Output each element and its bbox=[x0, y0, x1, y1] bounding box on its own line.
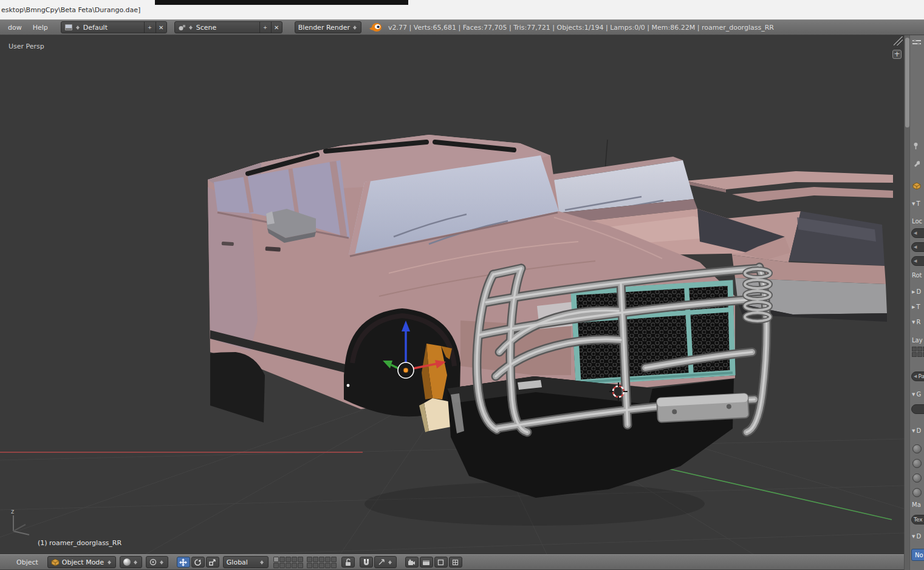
snap-element-selector[interactable] bbox=[374, 556, 397, 568]
scale-icon bbox=[208, 558, 216, 566]
magnet-icon bbox=[363, 558, 370, 566]
dropdown-arrows-icon bbox=[388, 558, 393, 566]
location-label: Loc bbox=[912, 218, 922, 225]
wrench-icon[interactable] bbox=[912, 160, 920, 168]
slider-left-arrow-icon: ◀ bbox=[914, 231, 917, 236]
panel-label: T bbox=[916, 304, 920, 310]
pivot-icon bbox=[149, 558, 157, 566]
manipulator-translate-button[interactable] bbox=[177, 557, 190, 568]
screen-layout-value: Default bbox=[83, 24, 139, 32]
viewport-shading-selector[interactable] bbox=[120, 556, 142, 568]
editor-type-icon[interactable] bbox=[912, 39, 921, 46]
dropdown-arrows-icon bbox=[107, 558, 112, 566]
max-draw-label: Ma bbox=[912, 501, 921, 508]
menu-window[interactable]: dow bbox=[2, 24, 27, 32]
box-icon bbox=[437, 559, 444, 566]
snap-toggle-button[interactable] bbox=[360, 557, 373, 568]
panel-transform-header[interactable]: ▼T bbox=[912, 200, 920, 207]
dropdown-arrows-icon bbox=[159, 558, 165, 566]
dropdown-arrows-icon bbox=[188, 24, 194, 32]
location-x-field[interactable]: ◀ bbox=[911, 228, 924, 238]
display-option-radio-3[interactable] bbox=[912, 473, 922, 483]
delete-layout-button[interactable]: ✕ bbox=[156, 21, 166, 33]
viewport-3d[interactable]: User Persp (1) roamer_doorglass_RR z + bbox=[0, 35, 904, 554]
panel-expand-icon: ▶ bbox=[912, 305, 915, 310]
panel-expand-icon: ▶ bbox=[912, 290, 915, 294]
blender-window: esktop\BmngCpy\Beta Feta\Durango.dae] do… bbox=[0, 0, 924, 570]
scene-selector[interactable]: Scene ＋ ✕ bbox=[174, 21, 282, 33]
viewport-canvas[interactable] bbox=[0, 35, 904, 554]
object-tab-cube-icon[interactable] bbox=[912, 182, 921, 190]
panel-expand-icon: ▼ bbox=[912, 392, 915, 397]
display-option-radio-1[interactable] bbox=[912, 444, 922, 453]
info-header-bar: dow Help Default ＋ ✕ Scene ＋ ✕ Blender R… bbox=[0, 19, 924, 35]
properties-content: ▼T Loc ◀ ◀ ◀ Rot ▶D ▶T ▼R Lay ◀Pa ▼G ▼D … bbox=[910, 35, 924, 570]
location-y-field[interactable]: ◀ bbox=[911, 242, 924, 252]
texture-space-field[interactable]: Tex bbox=[911, 515, 924, 524]
transform-orientation-selector[interactable]: Global bbox=[223, 556, 269, 568]
manipulator-rotate-button[interactable] bbox=[191, 557, 205, 568]
object-origin-dot bbox=[403, 368, 408, 373]
shading-sphere-icon bbox=[123, 558, 131, 566]
region-resize-grip[interactable] bbox=[894, 36, 903, 46]
menu-help[interactable]: Help bbox=[27, 24, 53, 32]
layer-group-2[interactable] bbox=[307, 557, 337, 568]
panel-expand-icon: ▼ bbox=[912, 202, 915, 206]
pivot-point-selector[interactable] bbox=[146, 556, 168, 568]
opengl-render-anim-button[interactable] bbox=[420, 557, 433, 568]
menu-object[interactable]: Object bbox=[11, 558, 44, 566]
layer-buttons[interactable] bbox=[273, 557, 337, 568]
properties-editor[interactable]: ▼T Loc ◀ ◀ ◀ Rot ▶D ▶T ▼R Lay ◀Pa ▼G ▼D … bbox=[904, 35, 924, 570]
window-title: esktop\BmngCpy\Beta Feta\Durango.dae] bbox=[1, 6, 140, 14]
panel-relations-header[interactable]: ▼R bbox=[912, 319, 920, 325]
scene-stats: v2.77 | Verts:65,681 | Faces:77,705 | Tr… bbox=[388, 24, 774, 32]
titlebar-dark-strip bbox=[155, 0, 408, 5]
scrollbar-handle[interactable] bbox=[905, 38, 909, 127]
display-option-radio-2[interactable] bbox=[912, 459, 922, 468]
vertex-dot bbox=[347, 384, 350, 387]
lock-icon bbox=[344, 558, 352, 566]
screen-layout-selector[interactable]: Default ＋ ✕ bbox=[61, 21, 167, 33]
panel-delta-header[interactable]: ▶D bbox=[912, 288, 921, 295]
duplication-none-button[interactable]: No bbox=[911, 549, 924, 561]
group-add-field[interactable] bbox=[911, 404, 924, 414]
rotation-label: Rot bbox=[912, 272, 922, 279]
display-option-radio-4[interactable] bbox=[912, 488, 922, 497]
manipulator-scale-button[interactable] bbox=[206, 557, 219, 568]
film-icon bbox=[422, 559, 430, 566]
layers-mini-grid[interactable] bbox=[912, 347, 924, 357]
mode-value: Object Mode bbox=[62, 558, 104, 566]
view-name-label: User Persp bbox=[9, 42, 44, 50]
extra-tool-button-1[interactable] bbox=[434, 557, 448, 568]
panel-locks-header[interactable]: ▶T bbox=[912, 304, 920, 310]
panel-expand-icon: ▼ bbox=[912, 429, 915, 433]
panel-label: T bbox=[916, 200, 920, 207]
properties-scrollbar[interactable] bbox=[905, 35, 910, 570]
snap-increment-icon bbox=[378, 558, 385, 566]
pin-icon[interactable] bbox=[912, 142, 919, 150]
panel-label: D bbox=[916, 288, 921, 295]
location-z-field[interactable]: ◀ bbox=[911, 256, 924, 266]
scene-lock-button[interactable] bbox=[341, 557, 355, 568]
panel-duplication-header[interactable]: ▼D bbox=[912, 533, 921, 540]
panel-groups-header[interactable]: ▼G bbox=[912, 391, 921, 398]
dropdown-arrows-icon bbox=[133, 558, 139, 566]
tex-value: Tex bbox=[914, 517, 923, 523]
panel-expand-icon: ▼ bbox=[912, 534, 915, 539]
add-scene-button[interactable]: ＋ bbox=[259, 21, 270, 33]
dropdown-arrows-icon bbox=[75, 24, 81, 32]
render-engine-selector[interactable]: Blender Render bbox=[295, 21, 361, 33]
scene-icon bbox=[178, 24, 186, 31]
mode-selector[interactable]: Object Mode bbox=[47, 556, 116, 568]
grid-box-icon bbox=[452, 559, 459, 566]
add-layout-button[interactable]: ＋ bbox=[144, 21, 155, 33]
render-engine-value: Blender Render bbox=[298, 24, 350, 32]
panel-display-header[interactable]: ▼D bbox=[912, 427, 921, 434]
region-expand-button[interactable]: + bbox=[892, 50, 902, 59]
parent-field[interactable]: ◀Pa bbox=[911, 372, 924, 381]
layer-group-1[interactable] bbox=[273, 557, 303, 568]
delete-scene-button[interactable]: ✕ bbox=[271, 21, 282, 33]
dropdown-arrows-icon bbox=[259, 558, 265, 566]
opengl-render-button[interactable] bbox=[405, 557, 419, 568]
extra-tool-button-2[interactable] bbox=[449, 557, 462, 568]
